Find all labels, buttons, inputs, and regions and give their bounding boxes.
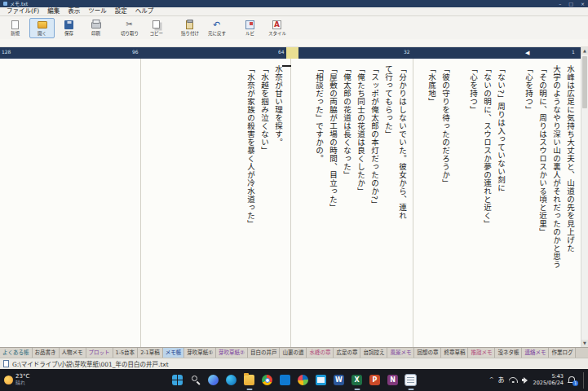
- file-tab[interactable]: 回想の章: [414, 348, 441, 358]
- page-3-text: 水奈が甘い理を探す。「水越を掴み泣くない」「水奈が家族の殺害を暴く人が冷水道った…: [244, 65, 285, 342]
- file-tab[interactable]: お品書き: [33, 348, 60, 358]
- file-tab[interactable]: 台詞控え: [360, 348, 387, 358]
- toolbar-button-label: 貼り付け: [180, 30, 198, 36]
- toolbar-button[interactable]: 貼り付け: [177, 18, 202, 38]
- show-desktop-button[interactable]: [583, 372, 586, 389]
- file-tab[interactable]: 目白の井戸: [248, 348, 281, 358]
- wifi-icon[interactable]: [509, 377, 518, 383]
- word-icon[interactable]: W: [331, 371, 347, 390]
- weather-widget[interactable]: 23°C 晴れ: [4, 369, 29, 391]
- file-tab[interactable]: よくある帳: [0, 348, 33, 358]
- toolbar-button[interactable]: 開く: [29, 18, 55, 38]
- edge-icon[interactable]: [223, 371, 239, 390]
- clock[interactable]: 5:43 2025/06/24: [533, 374, 564, 387]
- vertical-scrollbar[interactable]: ▲ ▼: [581, 47, 588, 347]
- ruler-line-number: 32: [404, 50, 410, 55]
- file-tab[interactable]: 推敲メモ: [468, 348, 495, 358]
- file-tab[interactable]: 1-5台本: [113, 348, 139, 358]
- copilot-icon[interactable]: [206, 371, 221, 390]
- menu-item[interactable]: ツール: [84, 7, 111, 15]
- ime-indicator[interactable]: あ: [498, 377, 505, 384]
- menu-item[interactable]: ヘルプ: [131, 7, 158, 15]
- notification-bell[interactable]: 1: [568, 376, 577, 385]
- excel-icon[interactable]: X: [349, 371, 365, 390]
- text-editor-icon[interactable]: [403, 371, 418, 390]
- text-line: て行ってもらった」: [382, 65, 396, 342]
- system-tray: ^ あ 5:43 2025/06/24 1: [489, 369, 586, 391]
- style-icon: [272, 20, 281, 29]
- file-tab[interactable]: 広足の章: [334, 348, 360, 358]
- toolbar-button-label: ルビ: [245, 30, 254, 36]
- explorer-icon[interactable]: [241, 371, 257, 390]
- tray-chevron-icon[interactable]: ^: [489, 377, 494, 383]
- toolbar-button-label: 切り取り: [120, 30, 138, 36]
- file-tab[interactable]: 風景メモ: [387, 348, 414, 358]
- file-tab[interactable]: 芽吹草紙②: [216, 348, 248, 358]
- running-indicator: [246, 389, 252, 390]
- file-tab[interactable]: 芽吹草紙①: [184, 348, 216, 358]
- file-tab[interactable]: 人物メモ: [60, 348, 86, 358]
- store-icon[interactable]: [277, 371, 293, 390]
- file-tab[interactable]: 2-1草稿: [138, 348, 163, 358]
- minimize-button[interactable]: –: [559, 0, 561, 7]
- menu-item[interactable]: ファイル(F): [2, 7, 43, 15]
- onenote-icon[interactable]: N: [385, 371, 400, 390]
- volume-icon[interactable]: [522, 377, 529, 384]
- file-tab[interactable]: 山裏の道: [280, 348, 307, 358]
- file-tab[interactable]: 水峰の章: [307, 348, 334, 358]
- file-tab[interactable]: プロット: [86, 348, 113, 358]
- toolbar-button-label: 開く: [38, 30, 46, 36]
- text-line: 「ない?」周りは入っていない刻に: [494, 65, 508, 342]
- statusbar: G:\マイドライブ\小説\芽吹草紙\001_年の目白の井戸.txt: [0, 358, 588, 369]
- text-line: [508, 65, 522, 342]
- scroll-up-arrow-icon[interactable]: ▲: [581, 47, 588, 55]
- text-line: 「スッポが俺太郎の本灯だったのか?」: [368, 65, 382, 342]
- text-line: 「心を持つ」: [466, 65, 480, 342]
- copy-icon: [153, 20, 160, 29]
- undo-icon: [213, 20, 220, 29]
- chrome-icon[interactable]: [259, 371, 275, 390]
- text-line: 「俺太郎の花道は長くなった」: [340, 65, 354, 342]
- file-path: G:\マイドライブ\小説\芽吹草紙\001_年の目白の井戸.txt: [12, 359, 169, 368]
- cut-icon: [126, 20, 132, 29]
- toolbar-button[interactable]: ルビ: [237, 18, 263, 38]
- line-number-ruler[interactable]: 1 32 64 96 128 ◀: [0, 47, 581, 59]
- document-icon: [3, 360, 9, 367]
- toolbar-button[interactable]: 元に戻す: [204, 18, 229, 38]
- toolbar-button[interactable]: コピー: [144, 18, 169, 38]
- text-line: [298, 65, 312, 342]
- scroll-thumb[interactable]: [582, 56, 587, 108]
- file-tab[interactable]: 連絡メモ: [522, 348, 549, 358]
- text-caret: [282, 65, 291, 67]
- menu-item[interactable]: 表示: [64, 7, 84, 15]
- close-button[interactable]: ×: [581, 0, 585, 7]
- mail-icon[interactable]: [313, 371, 329, 390]
- file-tab[interactable]: メモ帳: [163, 348, 185, 358]
- photos-icon[interactable]: [295, 371, 311, 390]
- search-icon[interactable]: [188, 371, 203, 390]
- start-icon[interactable]: [170, 371, 185, 390]
- window-titlebar: メモ.txt – □ ×: [0, 0, 588, 7]
- toolbar-button[interactable]: スタイル: [264, 18, 290, 38]
- scroll-down-arrow-icon[interactable]: ▼: [581, 340, 588, 347]
- maximize-button[interactable]: □: [568, 0, 573, 7]
- toolbar-button[interactable]: 切り取り: [117, 18, 142, 38]
- file-tab[interactable]: 作業ログ: [549, 348, 576, 358]
- file-tab[interactable]: 没ネタ帳: [495, 348, 522, 358]
- text-line: 「水奈が家族の殺害を暴く人が冷水道った」: [244, 65, 258, 342]
- toolbar-button[interactable]: 新規: [2, 18, 28, 38]
- weather-description: 晴れ: [15, 380, 29, 386]
- weather-icon: [4, 376, 13, 384]
- toolbar-button-label: 元に戻す: [207, 30, 225, 36]
- menu-item[interactable]: 編集: [43, 7, 64, 15]
- file-tab[interactable]: 終章草稿: [441, 348, 468, 358]
- text-line: 「彼の守りを待ったのだろうか」: [439, 65, 453, 342]
- ruler-cursor-marker: ◀: [525, 50, 529, 56]
- toolbar-button[interactable]: 印刷: [83, 18, 108, 38]
- text-line: [453, 65, 466, 342]
- powerpoint-icon[interactable]: P: [367, 371, 382, 390]
- menu-item[interactable]: 設定: [111, 7, 131, 15]
- toolbar-button[interactable]: 保存: [56, 18, 82, 38]
- document-area[interactable]: 水峰は広足に気持ち大丈夫と、山道の先を見上げた大学のようなやり深い山の裏人がそれ…: [0, 59, 581, 347]
- text-line: 水峰は広足に気持ち大丈夫と、山道の先を見上げた: [564, 65, 577, 342]
